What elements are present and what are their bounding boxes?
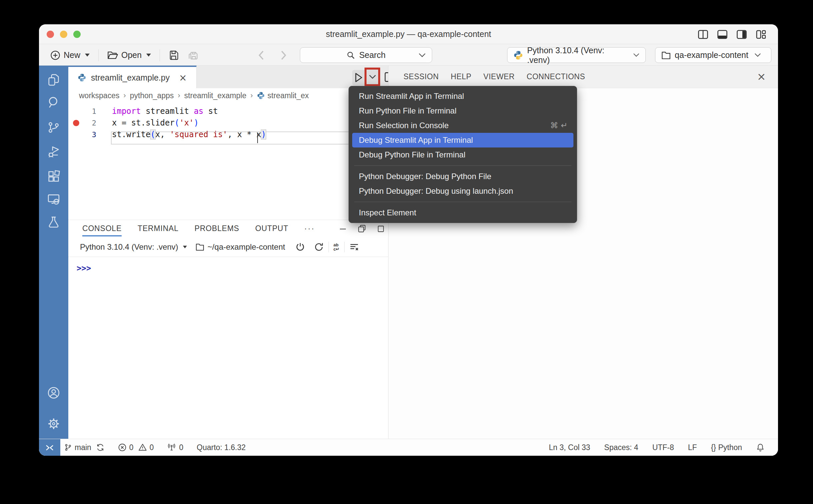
menu-item-run-streamlit[interactable]: Run Streamlit App in Terminal	[349, 89, 577, 104]
save-all-icon	[188, 50, 198, 60]
line-number: 1	[68, 106, 96, 117]
panel-more-tabs-icon[interactable]: ···	[304, 220, 315, 237]
open-button-label: Open	[121, 50, 141, 60]
project-selector[interactable]: qa-example-content	[655, 47, 771, 63]
radio-tower-icon	[167, 443, 176, 452]
menu-item-debug-streamlit[interactable]: Debug Streamlit App in Terminal	[352, 133, 573, 147]
explorer-icon[interactable]	[47, 74, 60, 86]
folder-open-icon	[107, 51, 118, 60]
save-button[interactable]	[164, 50, 183, 60]
tab-connections[interactable]: CONNECTIONS	[527, 72, 585, 81]
run-dropdown-chevron-icon[interactable]	[369, 75, 376, 79]
encoding-item[interactable]: UTF-8	[653, 443, 674, 452]
tab-problems[interactable]: PROBLEMS	[194, 220, 239, 237]
search-sidebar-icon[interactable]	[47, 96, 60, 109]
forward-button[interactable]	[280, 45, 288, 66]
sync-icon	[96, 443, 105, 452]
breakpoint-icon[interactable]	[73, 120, 79, 126]
tab-label: streamlit_example.py	[91, 73, 169, 83]
tab-viewer[interactable]: VIEWER	[483, 72, 515, 81]
run-file-button[interactable]	[354, 73, 363, 83]
extensions-icon[interactable]	[47, 170, 60, 183]
custom-layout-icon[interactable]	[756, 30, 766, 39]
status-bar: main 0 0 0 Quarto: 1.6.32 Ln 3, Col 33 S…	[39, 439, 778, 456]
quarto-version-item[interactable]: Quarto: 1.6.32	[196, 443, 246, 452]
shortcut-hint: ⌘ ↵	[550, 118, 567, 133]
menu-item-run-selection[interactable]: Run Selection in Console⌘ ↵	[349, 118, 577, 133]
sync-changes-item[interactable]	[96, 443, 105, 452]
console-interpreter-selector[interactable]: Python 3.10.4 (Venv: .venv)	[80, 242, 187, 252]
menu-item-run-python-file[interactable]: Run Python File in Terminal	[349, 104, 577, 118]
project-label: qa-example-content	[675, 50, 748, 60]
toggle-split-layout-icon[interactable]	[698, 30, 708, 39]
new-dropdown-caret	[85, 54, 90, 57]
toggle-right-panel-icon[interactable]	[737, 30, 747, 39]
restart-console-button[interactable]	[314, 242, 324, 252]
menu-item-inspect-element[interactable]: Inspect Element	[349, 205, 577, 220]
notifications-bell-icon[interactable]	[756, 443, 765, 452]
plus-circle-icon	[50, 50, 60, 60]
account-icon[interactable]	[47, 386, 60, 399]
testing-icon[interactable]	[47, 216, 60, 229]
run-dropdown-menu: Run Streamlit App in Terminal Run Python…	[349, 86, 577, 223]
maximize-panel-icon[interactable]	[377, 225, 385, 233]
activity-bar	[39, 66, 68, 439]
back-button[interactable]	[257, 45, 265, 66]
tab-streamlit-example[interactable]: streamlit_example.py ×	[68, 66, 196, 88]
panel-tab-bar: CONSOLE TERMINAL PROBLEMS OUTPUT ···	[68, 220, 388, 237]
console-prompt[interactable]: >>>	[77, 264, 91, 273]
run-and-debug-icon[interactable]	[47, 146, 60, 158]
traffic-lights	[47, 24, 81, 44]
minimize-window-button[interactable]	[60, 31, 67, 38]
breadcrumb-segment[interactable]: streamlit_example	[184, 91, 247, 100]
working-directory[interactable]: ~/qa-example-content	[195, 242, 285, 252]
title-bar: streamlit_example.py — qa-example-conten…	[39, 24, 778, 44]
eol-item[interactable]: LF	[688, 443, 697, 452]
tab-console[interactable]: CONSOLE	[82, 220, 122, 237]
close-right-panel-icon[interactable]: ×	[757, 70, 766, 83]
tab-terminal[interactable]: TERMINAL	[137, 220, 178, 237]
cursor-position-item[interactable]: Ln 3, Col 33	[549, 443, 590, 452]
settings-gear-icon[interactable]	[47, 417, 60, 430]
minimize-panel-icon[interactable]	[339, 225, 347, 233]
indentation-item[interactable]: Spaces: 4	[604, 443, 638, 452]
chevron-down-icon	[633, 53, 640, 57]
code-editor[interactable]: 1 import streamlit as st 2 x = st.slider…	[68, 103, 388, 220]
breadcrumb-segment-file[interactable]: streamlit_ex	[257, 91, 309, 100]
search-input[interactable]: Search	[300, 47, 432, 63]
close-window-button[interactable]	[47, 31, 54, 38]
remote-indicator[interactable]	[39, 439, 60, 456]
menu-item-pd-launch-json[interactable]: Python Debugger: Debug using launch.json	[349, 184, 577, 198]
tab-output[interactable]: OUTPUT	[255, 220, 288, 237]
remote-explorer-icon[interactable]	[47, 193, 60, 205]
menu-item-pd-debug-file[interactable]: Python Debugger: Debug Python File	[349, 169, 577, 184]
clear-console-button[interactable]	[349, 242, 359, 252]
breadcrumb-segment[interactable]: workspaces	[79, 91, 119, 100]
tab-close-icon[interactable]: ×	[179, 72, 186, 83]
menu-item-debug-python-file[interactable]: Debug Python File in Terminal	[349, 147, 577, 162]
code-line-2: 2 x = st.slider('x')	[68, 117, 388, 129]
problems-item[interactable]: 0 0	[118, 443, 154, 452]
chevron-down-icon	[754, 53, 761, 57]
open-button[interactable]: Open	[103, 50, 155, 60]
ports-item[interactable]: 0	[167, 443, 183, 452]
bottom-panel: CONSOLE TERMINAL PROBLEMS OUTPUT ··· Pyt…	[68, 220, 388, 439]
zoom-window-button[interactable]	[73, 31, 81, 38]
execute-code-icon[interactable]: abc↵	[334, 243, 340, 251]
interpreter-selector[interactable]: Python 3.10.4 (Venv: .venv)	[507, 47, 646, 63]
toggle-bottom-panel-icon[interactable]	[717, 30, 727, 39]
main-toolbar: New Open Search	[39, 45, 778, 66]
tab-session[interactable]: SESSION	[404, 72, 439, 81]
shutdown-console-button[interactable]	[295, 242, 305, 252]
language-mode-item[interactable]: {} Python	[711, 443, 742, 452]
save-all-button[interactable]	[183, 50, 202, 60]
restore-panel-icon[interactable]	[358, 224, 366, 233]
search-icon	[347, 51, 355, 60]
breadcrumb-segment[interactable]: python_apps	[130, 91, 174, 100]
source-control-icon[interactable]	[47, 121, 60, 133]
text-cursor	[257, 133, 258, 143]
new-button[interactable]: New	[46, 50, 94, 60]
tab-help[interactable]: HELP	[451, 72, 471, 81]
git-branch-item[interactable]: main	[64, 443, 91, 452]
open-dropdown-caret	[146, 54, 151, 57]
